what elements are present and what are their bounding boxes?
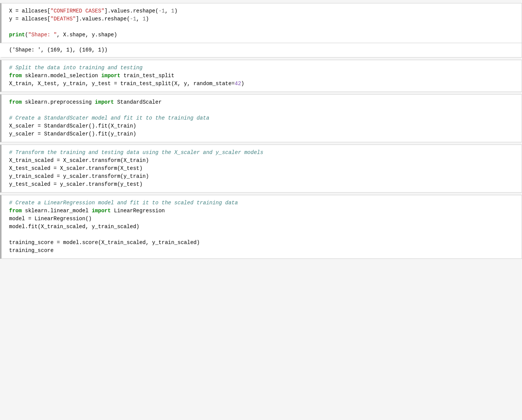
cell-5-code: # Create a LinearRegression model and fi… [9, 199, 514, 255]
cell-2[interactable]: # Split the data into training and testi… [0, 60, 522, 92]
cell-1-code: X = allcases["CONFIRMED CASES"].values.r… [9, 7, 514, 39]
cell-5[interactable]: # Create a LinearRegression model and fi… [0, 195, 522, 259]
cell-4-code: # Transform the training and testing dat… [9, 149, 514, 188]
cell-1-output: ('Shape: ', (169, 1), (169, 1)) [0, 43, 522, 58]
notebook: X = allcases["CONFIRMED CASES"].values.r… [0, 0, 522, 264]
cell-2-code: # Split the data into training and testi… [9, 64, 514, 88]
cell-1-output-text: ('Shape: ', (169, 1), (169, 1)) [9, 46, 514, 54]
cell-4[interactable]: # Transform the training and testing dat… [0, 145, 522, 193]
cell-3-code: from sklearn.preprocessing import Standa… [9, 98, 514, 138]
cell-3[interactable]: from sklearn.preprocessing import Standa… [0, 94, 522, 142]
cell-1: X = allcases["CONFIRMED CASES"].values.r… [0, 3, 522, 58]
cell-1-input[interactable]: X = allcases["CONFIRMED CASES"].values.r… [0, 3, 522, 43]
